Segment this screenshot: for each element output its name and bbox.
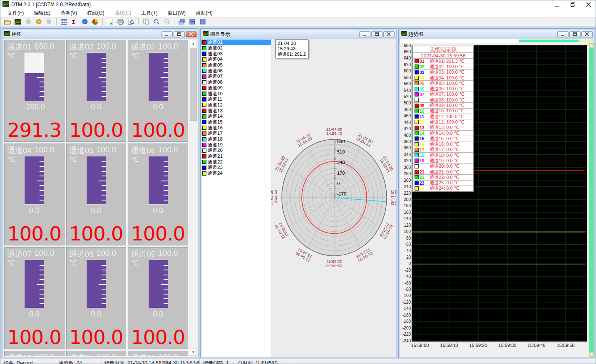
channel-list-item[interactable]: 通道10 [201, 91, 271, 97]
channel-list-item[interactable]: 通道16 [201, 125, 271, 131]
gauge-channel-label: 通道08 [69, 249, 93, 260]
y-tick-label: 640 [400, 56, 411, 60]
restore-icon[interactable] [174, 31, 185, 37]
horizontal-scrollbar[interactable] [400, 39, 589, 43]
channel-list-item[interactable]: 通道07 [201, 74, 271, 79]
menu-item-window[interactable]: 窗口(W) [164, 9, 189, 17]
gauge-tick [161, 284, 168, 285]
channel-list-item[interactable]: 通道21 [201, 154, 271, 159]
toolbar-data-table-icon[interactable] [59, 17, 69, 26]
close-icon[interactable] [186, 31, 197, 37]
toolbar-copy-icon[interactable] [141, 17, 151, 26]
gauge-channel-label: 通道10 [7, 352, 31, 356]
channel-list-item[interactable]: 通道23 [201, 165, 271, 171]
menu-item-edit[interactable]: 编辑(E) [30, 9, 54, 17]
channel-list-item[interactable]: 通道20 [201, 148, 271, 154]
channel-list-item[interactable]: 通道17 [201, 131, 271, 136]
toolbar-zoom-in-icon[interactable] [151, 17, 161, 26]
status-separator [292, 359, 292, 364]
toolbar-tile-horizontal-icon[interactable] [187, 17, 197, 26]
bar-window-titlebar[interactable]: 棒图 [3, 30, 198, 39]
svg-text:21-04-3015:49:43: 21-04-3015:49:43 [274, 156, 289, 173]
status-item: 总时间: 1H8M58S [238, 360, 278, 364]
channel-list-item[interactable]: 通道04 [201, 57, 271, 62]
gauge-header: 通道04100.0 [7, 145, 63, 156]
gauge-header: 通道03100.0 [131, 42, 186, 52]
toolbar-pie-chart-icon[interactable] [90, 17, 100, 26]
gauge-channel-label: 通道11 [69, 352, 93, 356]
toolbar-info-icon[interactable]: i [80, 17, 89, 26]
channel-list-item[interactable]: 通道18 [201, 136, 271, 142]
vertical-scrollbar[interactable] [589, 43, 594, 357]
toolbar-export-icon[interactable] [105, 17, 115, 26]
channel-list-item[interactable]: 通道19 [201, 142, 271, 148]
trend-window-titlebar[interactable]: 趋势图 [400, 30, 594, 39]
scroll-down-icon[interactable] [589, 352, 594, 357]
scroll-left-icon[interactable] [579, 40, 584, 42]
channel-list-item[interactable]: 通道08 [201, 79, 271, 85]
restore-icon[interactable] [371, 31, 382, 37]
gauge-tick [102, 294, 106, 295]
close-icon[interactable] [586, 2, 591, 7]
toolbar-print-preview-icon[interactable] [126, 17, 136, 26]
channel-list-item[interactable]: 通道13 [201, 108, 271, 114]
channel-list-item[interactable]: 通道14 [201, 114, 271, 119]
toolbar-cascade-windows-icon[interactable] [177, 17, 186, 26]
toolbar-print-icon[interactable] [116, 17, 125, 26]
menu-item-view[interactable]: 查看(V) [57, 9, 81, 17]
toolbar-realtime-data-icon[interactable] [13, 17, 22, 26]
gauge-min-value: 0.0 [128, 103, 188, 111]
disc-window-titlebar[interactable]: 圆盘显示 [201, 30, 396, 39]
legend-color-swatch [415, 164, 419, 168]
legend-color-swatch [415, 114, 419, 119]
channel-list-item[interactable]: 通道12 [201, 102, 271, 108]
channel-list-item[interactable]: 通道24 [201, 171, 271, 176]
scroll-up-icon[interactable] [589, 44, 594, 48]
channel-list-item[interactable]: 通道11 [201, 97, 271, 102]
toolbar-open-file-icon[interactable] [2, 17, 12, 26]
channel-list-item[interactable]: 通道09 [201, 85, 271, 91]
menu-item-file[interactable]: 文件(F) [4, 9, 27, 17]
minimize-icon[interactable] [359, 31, 370, 37]
maximize-icon[interactable] [570, 2, 576, 7]
gauge-cell-通道11: 通道11100.0℃0.0100.0 [66, 351, 127, 356]
channel-list-item[interactable]: 通道06 [201, 68, 271, 74]
gauge-tick [37, 77, 44, 78]
legend-color-swatch [415, 70, 419, 74]
toolbar-statistics-icon[interactable]: Σ [70, 17, 79, 26]
close-icon[interactable] [581, 31, 593, 37]
svg-text:i: i [84, 20, 85, 24]
gauge-bar-track [148, 156, 168, 205]
minimize-icon[interactable] [554, 2, 560, 7]
toolbar-tile-vertical-icon[interactable] [198, 17, 207, 26]
y-tick-label: 420 [400, 126, 411, 131]
status-item: 21-04-30 15:59:58 [159, 360, 199, 364]
menu-item-tools[interactable]: 工具(T) [137, 9, 161, 17]
toolbar-record-icon[interactable] [34, 17, 43, 26]
scroll-up-icon[interactable]: ▲ [190, 40, 197, 47]
gauge-channel-label: 通道06 [131, 145, 154, 156]
channel-list-item[interactable]: 通道01 [201, 40, 271, 45]
menu-item-curve[interactable]: 曲线(C) [111, 9, 135, 17]
scroll-right-icon[interactable] [584, 40, 588, 42]
restore-icon[interactable] [569, 31, 581, 37]
y-tick-label: 40 [400, 248, 411, 253]
vertical-scrollbar[interactable]: ▲ ▼ [190, 40, 197, 356]
minimize-icon[interactable] [161, 31, 173, 37]
channel-list-item[interactable]: 通道03 [201, 51, 271, 57]
close-icon[interactable] [383, 31, 395, 37]
scrollbar-thumb[interactable] [519, 40, 579, 42]
channel-list-item[interactable]: 通道02 [201, 45, 271, 51]
minimize-icon[interactable] [557, 31, 569, 37]
app-title: DTM 2.0.1 [C:\DTM 2.0.2\RealData] [11, 2, 91, 7]
gauge-tick [164, 298, 168, 299]
menu-item-online[interactable]: 在线(O) [83, 9, 108, 17]
channel-list-item[interactable]: 通道15 [201, 119, 271, 125]
menu-item-help[interactable]: 帮助(H) [192, 9, 216, 17]
scrollbar-thumb[interactable] [190, 48, 197, 121]
scroll-down-icon[interactable]: ▼ [190, 349, 197, 356]
channel-list-item[interactable]: 通道05 [201, 62, 271, 68]
svg-text:340: 340 [337, 160, 345, 165]
channel-list-item[interactable]: 通道22 [201, 159, 271, 165]
polar-chart-area: 6805103401700-17021-04-3014:59:4321-04-3… [271, 39, 396, 357]
